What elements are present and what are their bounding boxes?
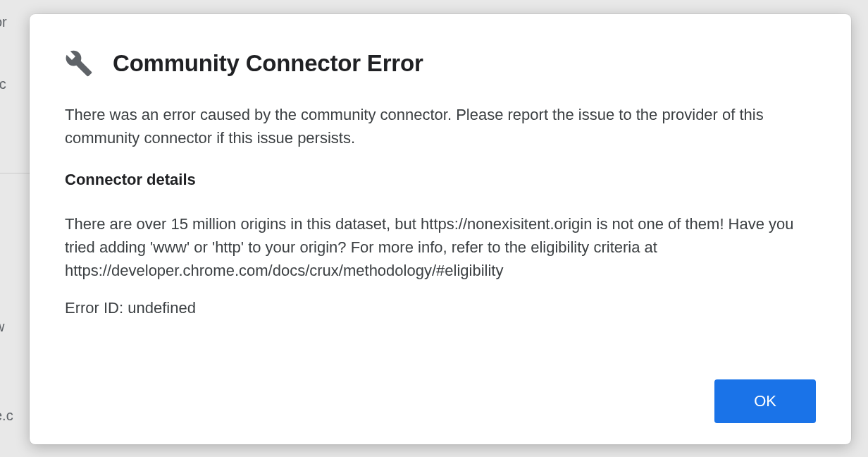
dialog-footer: OK [65, 379, 816, 423]
error-id-line: Error ID: undefined [65, 296, 816, 319]
dialog-header: Community Connector Error [65, 49, 816, 78]
connector-details-body: There are over 15 million origins in thi… [65, 212, 816, 282]
wrench-icon [65, 49, 93, 78]
dialog-intro-text: There was an error caused by the communi… [65, 103, 816, 150]
error-dialog: Community Connector Error There was an e… [30, 14, 851, 444]
ok-button[interactable]: OK [714, 379, 816, 423]
dialog-body: There was an error caused by the communi… [65, 103, 816, 379]
connector-details-heading: Connector details [65, 168, 816, 191]
dialog-overlay: Community Connector Error There was an e… [0, 0, 868, 457]
dialog-title: Community Connector Error [113, 50, 423, 77]
